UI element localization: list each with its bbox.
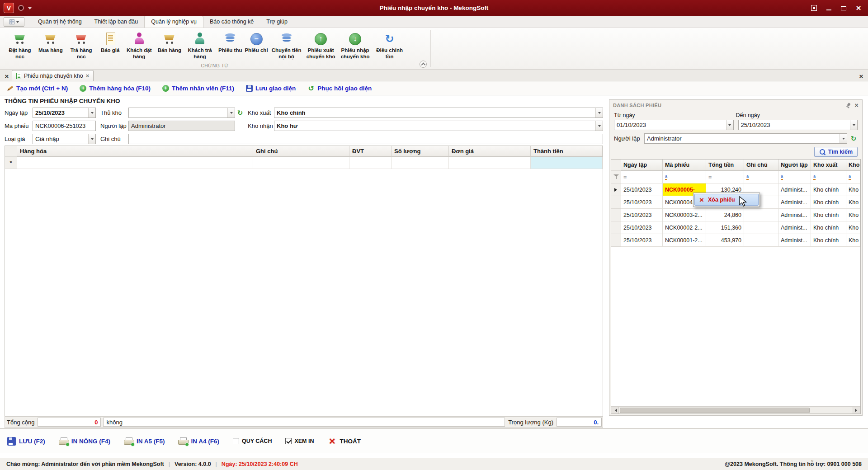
save-button[interactable]: LƯU (F2) (7, 437, 45, 446)
to-date-field[interactable]: 25/10/2023 (738, 120, 858, 130)
receipt-row-4[interactable]: 25/10/2023 NCK00002-2... 151,360 Adminis… (611, 221, 860, 234)
ribbon-tab-tro-giup[interactable]: Trợ giúp (260, 16, 294, 28)
cell-ghi-chu[interactable] (253, 157, 349, 169)
horizontal-scrollbar[interactable] (611, 406, 860, 414)
column-header-so-luong[interactable]: Số lượng (392, 146, 449, 157)
refresh-icon[interactable] (849, 135, 858, 143)
tool-phieu-nhap-chuyen-kho[interactable]: Phiếu nhập chuyển kho (338, 30, 373, 61)
column-header-hang-hoa[interactable]: Hàng hóa (17, 146, 253, 157)
column-header-don-gia[interactable]: Đơn giá (449, 146, 531, 157)
kho-nhan-field[interactable]: Kho hư (274, 121, 603, 131)
scroll-left-button[interactable] (611, 407, 619, 414)
xem-in-checkbox[interactable]: XEM IN (285, 438, 314, 444)
cell-don-gia[interactable] (449, 157, 531, 169)
close-panel-icon[interactable] (855, 102, 859, 109)
cell-dvt[interactable] (349, 157, 392, 169)
add-employee-link[interactable]: Thêm nhân viên (F11) (162, 85, 234, 92)
save-layout-link[interactable]: Lưu giao diện (246, 85, 296, 92)
ribbon-tab-bao-cao-thong-ke[interactable]: Báo cáo thống kê (203, 16, 260, 28)
kho-xuat-field[interactable]: Kho chính (274, 108, 603, 118)
column-header-kho-xuat[interactable]: Kho xuất (811, 160, 846, 171)
tool-ban-hang[interactable]: Bán hàng (156, 30, 183, 55)
tool-mua-hang[interactable]: Mua hàng (37, 30, 64, 55)
close-active-tab-button[interactable] (856, 71, 866, 81)
pin-icon[interactable] (846, 103, 851, 108)
tab-label: Phiếu nhập chuyển kho (24, 73, 83, 79)
creator-field[interactable]: Administrator (644, 133, 847, 144)
chevron-down-icon[interactable] (840, 134, 847, 143)
new-item-row[interactable]: * (5, 157, 603, 169)
column-header-kho-nhan[interactable]: Kho n... (846, 160, 860, 171)
cell-so-luong[interactable] (392, 157, 449, 169)
toolbar-group-label: CHỨNG TỪ (0, 63, 429, 68)
column-header-dvt[interactable]: ĐVT (349, 146, 392, 157)
ribbon-tab-quan-tri-he-thong[interactable]: Quản trị hệ thống (32, 16, 88, 28)
column-header-ghi-chu[interactable]: Ghi chú (253, 146, 349, 157)
column-header-nguoi-lap[interactable]: Người lập (778, 160, 811, 171)
ribbon-collapse-button[interactable] (420, 61, 427, 68)
chevron-down-icon[interactable] (88, 108, 95, 118)
tool-chuyen-tien-noi-bo[interactable]: Chuyển tiền nội bộ (269, 30, 304, 61)
tool-khach-dat-hang[interactable]: Khách đặt hàng (122, 30, 156, 61)
chevron-down-icon[interactable] (595, 121, 603, 131)
scrollbar-thumb[interactable] (620, 408, 810, 413)
tool-tra-hang-ncc[interactable]: Trả hàng ncc (64, 30, 99, 61)
nguoi-lap-field[interactable]: Administrator (128, 121, 235, 131)
quick-access-icon[interactable] (18, 5, 24, 11)
ribbon-tab-thiet-lap-ban-dau[interactable]: Thiết lập ban đầu (88, 16, 145, 28)
receipt-list-panel: DANH SÁCH PHIẾU Từ ngày Đến ngày 01/10/2… (609, 99, 863, 416)
from-date-field[interactable]: 01/10/2023 (614, 120, 734, 130)
print-hot-button[interactable]: IN NÓNG (F4) (59, 437, 110, 445)
chevron-down-icon[interactable] (88, 134, 95, 144)
chevron-down-icon[interactable] (850, 120, 857, 130)
tool-bao-gia[interactable]: Báo giá (99, 30, 122, 55)
close-tab-icon[interactable] (86, 72, 90, 79)
tool-dat-hang-ncc[interactable]: Đặt hàng ncc (3, 30, 37, 61)
maximize-button[interactable] (838, 3, 849, 13)
delete-receipt-menu-item[interactable]: Xóa phiếu (694, 194, 759, 206)
column-header-ma-phieu[interactable]: Mã phiếu (663, 160, 706, 171)
minimize-icon (826, 9, 831, 10)
ribbon-tab-quan-ly-nghiep-vu[interactable]: Quản lý nghiệp vụ (144, 16, 203, 28)
restore-layout-link[interactable]: Phục hồi giao diện (307, 85, 372, 92)
thu-kho-field[interactable] (128, 108, 235, 118)
tool-dieu-chinh-ton[interactable]: Điều chỉnh tồn (373, 30, 407, 61)
tool-phieu-thu[interactable]: Phiếu thu (217, 30, 243, 55)
receipt-row-5[interactable]: 25/10/2023 NCK00001-2... 453,970 Adminis… (611, 234, 860, 247)
add-goods-link[interactable]: Thêm hàng hóa (F10) (80, 85, 151, 92)
chevron-down-icon[interactable] (227, 108, 235, 118)
close-all-tabs-button[interactable] (2, 71, 12, 81)
ghi-chu-field[interactable] (128, 134, 603, 144)
loai-gia-field[interactable]: Giá nhập (33, 134, 96, 144)
fit-screen-button[interactable] (808, 3, 820, 13)
titlebar-menu-caret-icon[interactable] (28, 7, 32, 11)
column-header-ngay-lap[interactable]: Ngày lập (621, 160, 663, 171)
refresh-icon[interactable] (236, 109, 244, 117)
column-header-tong-tien[interactable]: Tổng tiền (706, 160, 744, 171)
minimize-button[interactable] (823, 3, 835, 13)
quy-cach-checkbox[interactable]: QUY CÁCH (233, 438, 272, 444)
chevron-down-icon[interactable] (726, 120, 733, 130)
scroll-right-button[interactable] (853, 407, 860, 414)
chevron-down-icon[interactable] (595, 108, 603, 118)
search-icon (819, 149, 826, 155)
cell-hang-hoa[interactable] (17, 157, 253, 169)
exit-button[interactable]: THOÁT (328, 437, 361, 446)
create-new-link[interactable]: Tạo mới (Ctrl + N) (6, 85, 68, 92)
print-a4-button[interactable]: IN A4 (F6) (178, 437, 219, 445)
tab-phieu-nhap-chuyen-kho[interactable]: Phiếu nhập chuyển kho (12, 70, 94, 81)
search-button[interactable]: Tìm kiếm (814, 147, 858, 157)
tool-khach-tra-hang[interactable]: Khách trả hàng (183, 30, 217, 61)
close-button[interactable] (853, 3, 864, 13)
filter-row[interactable]: = = (611, 171, 860, 183)
ma-phieu-field[interactable]: NCK00006-251023 (33, 121, 96, 131)
ribbon-launcher-button[interactable] (4, 17, 24, 27)
tool-phieu-xuat-chuyen-kho[interactable]: Phiếu xuất chuyển kho (304, 30, 338, 61)
column-header-ghi-chu[interactable]: Ghi chú (744, 160, 778, 171)
cell-thanh-tien[interactable] (531, 157, 603, 169)
column-header-thanh-tien[interactable]: Thành tiền (531, 146, 603, 157)
print-a5-button[interactable]: IN A5 (F5) (124, 437, 165, 445)
receipt-row-3[interactable]: 25/10/2023 NCK00003-2... 24,860 Administ… (611, 209, 860, 221)
ngay-lap-field[interactable]: 25/10/2023 (33, 108, 96, 118)
tool-phieu-chi[interactable]: Phiếu chi (243, 30, 269, 55)
